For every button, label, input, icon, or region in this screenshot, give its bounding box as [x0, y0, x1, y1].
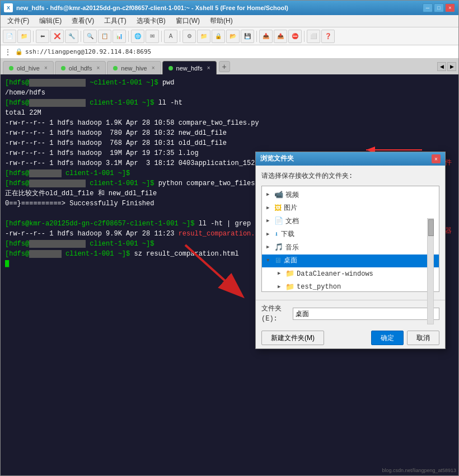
term-line-3: [hdfs@ client-1-001 ~]$ ll -ht: [5, 98, 454, 108]
tab-close-new-hdfs[interactable]: ×: [207, 65, 210, 71]
toolbar-btn-8[interactable]: 📊: [113, 30, 126, 43]
toolbar-sep-7: [304, 31, 305, 42]
toolbar-sep-4: [161, 31, 162, 42]
toolbar-btn-10[interactable]: ✉: [146, 30, 159, 43]
tab-add-button[interactable]: +: [219, 61, 230, 72]
lock-icon: 🔒: [15, 48, 23, 55]
maximize-button[interactable]: □: [434, 3, 444, 12]
toolbar-sep-2: [81, 31, 81, 42]
title-bar-controls: ─ □ ×: [423, 3, 455, 12]
folder-icon-desktop: 🖥: [274, 256, 282, 267]
dialog-tree[interactable]: ▶ 📹 视频 ▶ 🖼 图片: [261, 186, 439, 292]
chevron-doc: ▶: [266, 218, 272, 225]
dialog-browse-folder: 浏览文件夹 × 请选择保存接收文件的文件夹: ▶ 📹 视频: [255, 152, 446, 349]
toolbar-btn-5[interactable]: 🔧: [65, 30, 78, 43]
toolbar-btn-20[interactable]: ⬜: [307, 30, 320, 43]
chevron-video: ▶: [266, 191, 272, 199]
tab-new-hdfs[interactable]: new_hdfs ×: [162, 61, 217, 74]
tree-item-test-python[interactable]: ▶ 📁 test_python: [262, 281, 439, 293]
menu-file[interactable]: 文件(F): [3, 15, 34, 27]
toolbar: 📄 📁 ⬅ ❌ 🔧 🔍 📋 📊 🌐 ✉ A ⚙ 📁 🔒 📂 💾 📥 📤 ⛔ ⬜ …: [1, 27, 458, 45]
tab-label-new-hive: new_hive: [121, 65, 147, 72]
dialog-ok-button[interactable]: 确定: [371, 331, 404, 345]
dialog-cancel-button[interactable]: 取消: [407, 331, 439, 345]
dialog-close-button[interactable]: ×: [432, 154, 441, 163]
minimize-button[interactable]: ─: [423, 3, 433, 12]
tree-label-datacleaner: DataCleaner-windows: [297, 269, 373, 279]
toolbar-btn-2[interactable]: 📁: [17, 30, 31, 43]
tree-item-datacleaner[interactable]: ▶ 📁 DataCleaner-windows: [262, 267, 439, 281]
tree-item-download[interactable]: ▶ ⬇ 下载: [262, 228, 439, 242]
toolbar-btn-6[interactable]: 🔍: [83, 30, 97, 43]
menu-edit[interactable]: 编辑(E): [35, 15, 66, 27]
toolbar-btn-16[interactable]: 💾: [241, 30, 254, 43]
tree-item-pic[interactable]: ▶ 🖼 图片: [262, 202, 439, 215]
tab-dot-old-hdfs: [61, 66, 65, 70]
tab-nav-left[interactable]: ◀: [437, 62, 446, 71]
close-button[interactable]: ×: [445, 3, 455, 12]
tree-label-doc: 文档: [285, 216, 299, 227]
dialog-new-folder-button[interactable]: 新建文件夹(M): [261, 331, 324, 345]
title-bar-left: X new_hdfs - hdfs@kmr-a20125dd-gn-c2f086…: [4, 3, 288, 12]
toolbar-btn-21[interactable]: ❓: [321, 30, 335, 43]
toolbar-btn-12[interactable]: ⚙: [182, 30, 196, 43]
chevron-pic: ▶: [266, 205, 272, 213]
tab-dot-new-hive: [113, 66, 118, 70]
menu-window[interactable]: 窗口(W): [171, 15, 204, 27]
toolbar-btn-19[interactable]: ⛔: [288, 30, 302, 43]
chevron-download: ▶: [266, 231, 272, 239]
window-title: new_hdfs - hdfs@kmr-a20125dd-gn-c2f08657…: [16, 4, 288, 11]
tab-close-new-hive[interactable]: ×: [152, 65, 155, 71]
toolbar-btn-14[interactable]: 🔒: [212, 30, 225, 43]
tab-old-hdfs[interactable]: old_hdfs ×: [55, 61, 106, 74]
tree-label-pic: 图片: [284, 203, 297, 213]
dialog-folder-row: 文件夹(E):: [256, 300, 445, 327]
tab-dot-old-hive: [9, 66, 13, 70]
dialog-folder-input[interactable]: [293, 308, 439, 320]
tree-item-doc[interactable]: ▶ 📄 文档: [262, 215, 439, 228]
address-bar: ⋮ 🔒 ssh://liangpeng@120.92.114.84:8695: [1, 45, 458, 59]
toolbar-btn-4[interactable]: ❌: [50, 30, 64, 43]
toolbar-btn-15[interactable]: 📂: [226, 30, 240, 43]
menu-help[interactable]: 帮助(H): [205, 15, 237, 27]
terminal-area[interactable]: [hdfs@ ~client-1-001 ~]$ pwd /home/hdfs …: [1, 74, 458, 475]
tab-close-old-hdfs[interactable]: ×: [96, 65, 100, 71]
folder-icon-download: ⬇: [274, 229, 279, 241]
tab-label-old-hive: old_hive: [17, 65, 40, 72]
tab-nav-right[interactable]: ▶: [447, 62, 456, 71]
term-line-2: /home/hdfs: [5, 88, 454, 98]
toolbar-btn-18[interactable]: 📤: [274, 30, 287, 43]
toolbar-btn-13[interactable]: 📁: [197, 30, 210, 43]
chevron-desktop: ▼: [266, 257, 272, 265]
toolbar-btn-1[interactable]: 📄: [3, 30, 16, 43]
tab-close-old-hive[interactable]: ×: [44, 65, 48, 71]
menu-tabs[interactable]: 选项卡(B): [132, 15, 170, 27]
tab-label-new-hdfs: new_hdfs: [176, 65, 203, 72]
tab-dot-new-hdfs: [168, 66, 173, 70]
term-line-7: -rw-r--r-- 1 hdfs hadoop 768 Apr 28 10:3…: [5, 138, 454, 148]
tab-nav: ◀ ▶: [437, 62, 456, 71]
watermark: blog.csdn.net/liangpeng_at58913: [382, 467, 456, 475]
dialog-scrollbar[interactable]: [427, 218, 434, 324]
folder-icon-datacleaner: 📁: [285, 268, 294, 280]
title-bar: X new_hdfs - hdfs@kmr-a20125dd-gn-c2f086…: [1, 1, 458, 15]
folder-icon-video: 📹: [274, 190, 283, 201]
tree-item-desktop[interactable]: ▼ 🖥 桌面: [262, 255, 439, 268]
toolbar-btn-9[interactable]: 🌐: [131, 30, 144, 43]
menu-tools[interactable]: 工具(T): [100, 15, 130, 27]
toolbar-btn-7[interactable]: 📋: [98, 30, 111, 43]
tab-old-hive[interactable]: old_hive ×: [3, 61, 54, 74]
toolbar-btn-3[interactable]: ⬅: [36, 30, 49, 43]
address-text: ssh://liangpeng@120.92.114.84:8695: [25, 48, 151, 55]
term-line-1: [hdfs@ ~client-1-001 ~]$ pwd: [5, 78, 454, 88]
menu-view[interactable]: 查看(V): [67, 15, 99, 27]
folder-icon-music: 🎵: [274, 242, 283, 253]
toolbar-btn-11[interactable]: A: [164, 30, 177, 43]
app-icon: X: [4, 3, 13, 12]
tree-label-video: 视频: [285, 190, 299, 200]
dialog-title: 浏览文件夹: [260, 154, 294, 164]
tab-new-hive[interactable]: new_hive ×: [107, 61, 161, 74]
tree-item-video[interactable]: ▶ 📹 视频: [262, 188, 439, 202]
toolbar-btn-17[interactable]: 📥: [259, 30, 273, 43]
tree-item-music[interactable]: ▶ 🎵 音乐: [262, 241, 439, 255]
